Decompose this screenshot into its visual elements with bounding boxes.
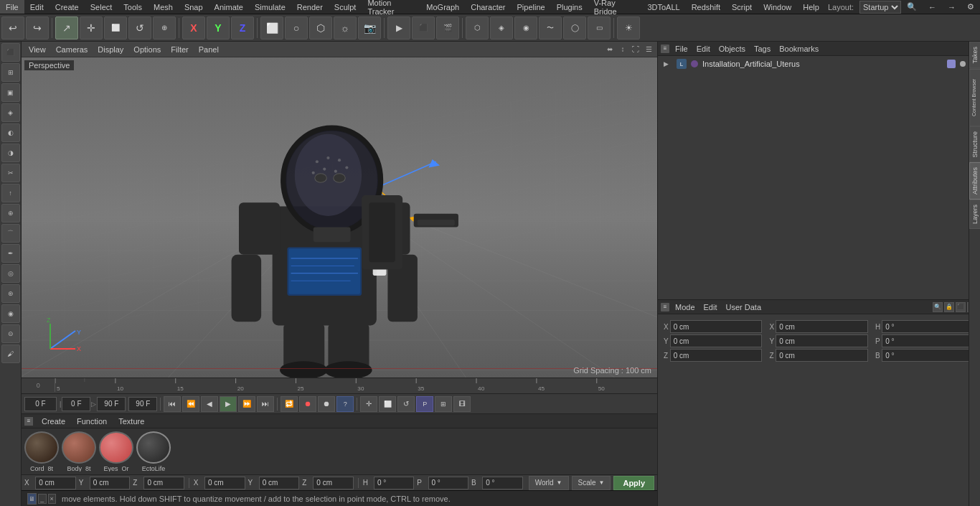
scale-key-button[interactable]: ⬜ (379, 396, 396, 412)
left-sel1-btn[interactable]: ◐ (1, 123, 20, 142)
h-val[interactable]: 0 ° (374, 477, 414, 489)
attr-menu-edit[interactable]: Edit (701, 303, 720, 311)
vp-icon-menu[interactable]: ☰ (643, 44, 654, 55)
y-axis-button[interactable]: Y (207, 17, 230, 39)
attr-expand-icon[interactable]: ⬛ (956, 302, 966, 312)
layout-select[interactable]: Startup (859, 1, 901, 14)
z2-val[interactable]: 0 cm (313, 477, 353, 489)
left-smooth-btn[interactable]: ◎ (1, 264, 20, 283)
floor-btn[interactable]: ▭ (588, 17, 611, 39)
cylinder-button[interactable]: ⬡ (309, 17, 332, 39)
left-edges-btn[interactable]: ⊞ (1, 63, 20, 82)
step-back-button[interactable]: ⏪ (182, 396, 199, 412)
go-start-button[interactable]: ⏮ (164, 396, 181, 412)
menu-render[interactable]: Render (291, 0, 329, 14)
render-region-btn[interactable]: ⬛ (412, 17, 435, 39)
scale-dropdown[interactable]: Scale ▼ (572, 476, 611, 490)
left-polys-btn[interactable]: ▣ (1, 83, 20, 102)
menu-help[interactable]: Help (797, 0, 825, 14)
status-viewport-btn[interactable]: 🖥 (27, 493, 37, 505)
menu-file[interactable]: File (0, 0, 24, 14)
attr-menu-userdata[interactable]: User Data (723, 303, 765, 311)
vp-icon-move[interactable]: ⬌ (604, 44, 616, 55)
attr-yrot-val[interactable]: 0 cm (776, 334, 868, 347)
p-val[interactable]: 0 ° (428, 477, 468, 489)
undo-button[interactable]: ↩ (1, 17, 24, 39)
expand-icon[interactable]: ▶ (664, 60, 674, 67)
menu-pipeline[interactable]: Pipeline (511, 0, 550, 14)
attr-p-val[interactable]: 0 ° (882, 334, 974, 347)
menu-sculpt[interactable]: Sculpt (329, 0, 362, 14)
menu-forward-icon[interactable]: → (942, 0, 961, 14)
attr-b-val[interactable]: 0 ° (882, 349, 974, 362)
menu-script[interactable]: Script (726, 0, 758, 14)
vp-menu-filter[interactable]: Filter (166, 45, 192, 54)
deform-btn[interactable]: ◉ (514, 17, 537, 39)
menu-motion-tracker[interactable]: Motion Tracker (362, 0, 420, 14)
grid-key-button[interactable]: ⊞ (435, 396, 452, 412)
tab-attributes[interactable]: Attributes (969, 162, 980, 200)
obj-menu-bookmarks[interactable]: Bookmarks (776, 44, 821, 53)
attr-z-val[interactable]: 0 cm (670, 349, 763, 362)
left-paint-btn[interactable]: 🖌 (1, 345, 20, 363)
mospline-btn[interactable]: 〜 (539, 17, 562, 39)
menu-simulate[interactable]: Simulate (249, 0, 291, 14)
left-bend-btn[interactable]: ⌒ (1, 224, 20, 243)
left-pen-btn[interactable]: ✒ (1, 244, 20, 263)
obj-menu-file[interactable]: File (672, 44, 691, 53)
menu-window[interactable]: Window (758, 0, 797, 14)
render-settings-btn[interactable]: 🎬 (436, 17, 459, 39)
material-ectolife[interactable]: EctoLife (136, 431, 171, 472)
apply-button[interactable]: Apply (613, 476, 654, 490)
status-min-btn[interactable]: _ (38, 494, 46, 504)
light-add-btn[interactable]: ☀ (617, 17, 640, 39)
vp-menu-cameras[interactable]: Cameras (52, 45, 93, 54)
left-points-btn[interactable]: ⬛ (1, 43, 20, 62)
camera-button[interactable]: 📷 (358, 17, 381, 39)
menu-back-icon[interactable]: ← (923, 0, 942, 14)
cube-button[interactable]: ⬜ (260, 17, 283, 39)
vp-icon-nav[interactable]: ↕ (617, 44, 628, 55)
move-tool-button[interactable]: ✛ (80, 17, 103, 39)
attr-y-val[interactable]: 0 cm (670, 334, 763, 347)
start-frame-input[interactable] (62, 397, 90, 411)
loop-button[interactable]: 🔁 (281, 396, 298, 412)
vp-menu-options[interactable]: Options (129, 45, 165, 54)
attr-x-val[interactable]: 0 cm (670, 320, 763, 333)
p-button[interactable]: P (416, 396, 433, 412)
record-button[interactable]: ⏺ (299, 396, 316, 412)
tab-layers[interactable]: Layers (969, 200, 980, 229)
obj-menu-tags[interactable]: Tags (751, 44, 773, 53)
mat-menu-create[interactable]: Create (39, 417, 68, 426)
attr-h-val[interactable]: 0 ° (882, 320, 974, 333)
world-dropdown[interactable]: World ▼ (529, 476, 569, 490)
menu-animate[interactable]: Animate (209, 0, 249, 14)
mat-menu-texture[interactable]: Texture (116, 417, 147, 426)
y-position[interactable]: 0 cm (90, 477, 130, 489)
menu-settings-icon[interactable]: ⚙ (961, 0, 980, 14)
menu-plugins[interactable]: Plugins (551, 0, 588, 14)
viewport[interactable]: Perspective Y X Z Grid Spacing : 100 cm (22, 57, 657, 378)
left-move-btn[interactable]: ⊕ (1, 204, 20, 222)
x-axis-button[interactable]: X (182, 17, 205, 39)
boole-btn[interactable]: ⬡ (466, 17, 489, 39)
attr-zrot-val[interactable]: 0 cm (776, 349, 868, 362)
sphere-button[interactable]: ○ (285, 17, 308, 39)
b-val[interactable]: 0 ° (482, 477, 522, 489)
tab-structure[interactable]: Structure (969, 126, 980, 163)
obj-menu-edit[interactable]: Edit (694, 44, 713, 53)
object-row-installation[interactable]: ▶ L Installation_Artificial_Uterus (658, 56, 980, 72)
tab-takes[interactable]: Takes (969, 42, 980, 69)
menu-redshift[interactable]: Redshift (686, 0, 726, 14)
rotate-tool-button[interactable]: ↺ (128, 17, 151, 39)
left-weight-btn[interactable]: ⊝ (1, 324, 20, 343)
menu-create[interactable]: Create (50, 0, 85, 14)
preview-end-input[interactable] (128, 397, 157, 411)
vp-menu-panel[interactable]: Panel (194, 45, 223, 54)
select-tool-button[interactable]: ↗ (55, 17, 78, 39)
x-position[interactable]: 0 cm (35, 477, 75, 489)
vp-icon-maximize[interactable]: ⛶ (630, 44, 641, 55)
left-sculpt-btn[interactable]: ◉ (1, 304, 20, 323)
menu-3dtoall[interactable]: 3DToALL (641, 0, 685, 14)
play-forward-button[interactable]: ▶ (220, 396, 237, 412)
